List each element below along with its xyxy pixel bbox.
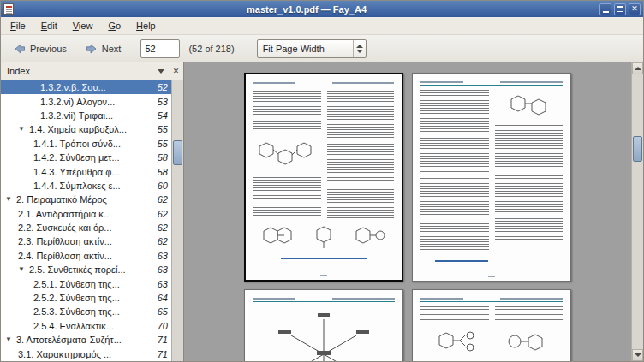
index-entry[interactable]: 2. Πειραματικό Μέρος 62: [1, 193, 171, 206]
index-entry-label: 1.4. Χημεία καρβοξυλ...: [29, 124, 127, 134]
text-lines: [420, 223, 489, 252]
minimize-button[interactable]: [599, 3, 611, 15]
expander-triangle-icon[interactable]: [18, 126, 29, 133]
text-lines: [495, 218, 564, 241]
index-entry[interactable]: 3. Αποτελέσματα-Συζήτ... 71: [1, 333, 171, 347]
index-entry[interactable]: 2.1. Αντιδραστήρια κ... 62: [1, 207, 171, 221]
figure-strip: [254, 221, 393, 253]
index-entry-page: 60: [152, 181, 171, 191]
index-entry-label: 2.5.3. Σύνθεση της...: [33, 306, 120, 317]
scrollbar-track[interactable]: [632, 74, 643, 349]
down-arrow-icon: [635, 353, 641, 357]
menu-item[interactable]: File: [3, 17, 33, 34]
zoom-level-combobox[interactable]: Fit Page Width: [257, 39, 367, 58]
index-entry[interactable]: 1.4. Χημεία καρβοξυλ... 55: [1, 122, 171, 136]
document-scrollbar[interactable]: [631, 62, 643, 361]
pdf-page-next[interactable]: [412, 73, 571, 282]
index-entry[interactable]: 2.3. Περίθλαση ακτίν... 62: [1, 234, 171, 248]
spinner-down-icon: [356, 50, 363, 53]
up-arrow-icon: [635, 67, 641, 70]
sidebar: Index 1.3.2.ν.β. Σου... 52 1.3.2.vi) Αλο…: [1, 62, 184, 361]
spinner-up-icon: [356, 45, 363, 48]
page-text-columns: [420, 90, 563, 258]
previous-button[interactable]: Previous: [6, 39, 75, 59]
menu-item[interactable]: Go: [100, 17, 128, 34]
document-icon: [3, 3, 14, 15]
index-entry-page: 52: [152, 82, 171, 92]
index-tree: 1.3.2.ν.β. Σου... 52 1.3.2.vi) Αλογον...…: [1, 80, 171, 361]
titlebar[interactable]: master_v1.0.pdf — Fay_A4: [1, 1, 643, 17]
index-entry[interactable]: 2.5. Συνθετικές πορεί... 63: [1, 263, 171, 276]
index-entry[interactable]: 2.5.1. Σύνθεση της... 63: [1, 276, 171, 290]
index-entry-label: 2.1. Αντιδραστήρια κ...: [18, 209, 111, 219]
page-row: [184, 73, 631, 282]
maximize-button[interactable]: [614, 3, 626, 15]
index-entry[interactable]: 1.4.3. Υπέρυθρα φ... 58: [1, 164, 171, 178]
document-area[interactable]: [184, 62, 631, 361]
sidebar-scrollbar[interactable]: [171, 80, 183, 361]
index-entry[interactable]: 2.2. Συσκευές και όρ... 62: [1, 221, 171, 234]
scroll-up-button[interactable]: [632, 62, 643, 74]
expander-triangle-icon[interactable]: [18, 266, 29, 273]
scroll-down-button[interactable]: [632, 349, 643, 361]
pdf-page-below-left[interactable]: [244, 289, 403, 361]
index-entry-page: 55: [152, 139, 171, 149]
index-entry-label: 1.4.1. Τρόποι σύνδ...: [33, 139, 121, 149]
index-entry[interactable]: 2.5.3. Σύνθεση της... 65: [1, 305, 171, 318]
combo-spinner-icon: [353, 40, 366, 57]
index-entry-label: 1.3.2.vii) Τριφαι...: [40, 110, 113, 121]
page-text-column: [253, 91, 321, 219]
index-entry-label: 2.5.1. Σύνθεση της...: [33, 279, 120, 289]
pdf-page-current[interactable]: [244, 73, 403, 282]
index-entry[interactable]: 3.1. Χαρακτηρισμός ... 71: [1, 347, 171, 360]
index-entry-label: 2.5. Συνθετικές πορεί...: [29, 264, 126, 275]
menu-item[interactable]: View: [65, 17, 101, 34]
page-header-rule: [420, 296, 563, 302]
index-entry-label: 1.4.2. Σύνθεση μετ...: [33, 152, 120, 163]
pdf-page-below-right[interactable]: [412, 289, 571, 361]
index-entry-page: 71: [152, 349, 171, 359]
pdf-viewer-window: master_v1.0.pdf — Fay_A4 FileEditViewGoH…: [0, 0, 644, 362]
text-lines: [495, 175, 564, 214]
scrollbar-thumb[interactable]: [633, 136, 642, 162]
next-arrow-icon: [86, 43, 98, 55]
index-entry-page: 70: [152, 321, 171, 331]
index-entry[interactable]: 2.5.4. Εναλλακτικ... 70: [1, 319, 171, 333]
index-entry[interactable]: 1.4.4. Σύμπλοκες ε... 60: [1, 179, 171, 193]
index-entry-label: 2.2. Συσκευές και όρ...: [18, 223, 111, 233]
text-lines: [327, 91, 395, 139]
index-entry-page: 63: [152, 279, 171, 289]
index-entry[interactable]: 1.4.1. Τρόποι σύνδ... 55: [1, 137, 171, 151]
expander-triangle-icon[interactable]: [5, 336, 16, 343]
index-entry-page: 62: [152, 194, 171, 205]
index-entry[interactable]: 1.4.2. Σύνθεση μετ... 58: [1, 151, 171, 164]
close-button[interactable]: [629, 3, 641, 15]
index-panel: 1.3.2.ν.β. Σου... 52 1.3.2.vi) Αλογον...…: [1, 80, 183, 361]
index-entry[interactable]: 1.3.2.ν.β. Σου... 52: [1, 80, 171, 94]
index-entry[interactable]: 2.4. Περίθλαση ακτίν... 63: [1, 249, 171, 263]
text-lines: [495, 125, 564, 171]
zoom-level-value: Fit Page Width: [258, 40, 353, 57]
text-lines: [327, 144, 395, 182]
sidebar-scrollbar-thumb[interactable]: [173, 140, 182, 165]
text-lines: [420, 178, 489, 219]
sidebar-close-button[interactable]: [169, 62, 183, 80]
index-entry-label: 3.1. Χαρακτηρισμός ...: [18, 349, 111, 359]
menu-item[interactable]: Help: [128, 17, 164, 34]
index-entry[interactable]: 1.3.2.vi) Αλογον... 53: [1, 94, 171, 108]
toolbar: Previous Next (52 of 218) Fit Page Width: [1, 35, 643, 62]
index-entry[interactable]: 1.3.2.vii) Τριφαι... 54: [1, 109, 171, 122]
page-number-input[interactable]: [140, 39, 180, 58]
expander-triangle-icon[interactable]: [5, 196, 16, 203]
index-entry[interactable]: 2.5.2. Σύνθεση της... 64: [1, 291, 171, 305]
text-lines: [495, 306, 564, 322]
next-button[interactable]: Next: [78, 39, 129, 59]
index-entry-label: 1.4.4. Σύμπλοκες ε...: [33, 181, 121, 191]
sidebar-title: Index: [7, 66, 30, 76]
sidebar-view-selector[interactable]: Index: [1, 62, 169, 80]
index-entry-label: 2. Πειραματικό Μέρος: [16, 194, 107, 205]
index-entry-label: 2.3. Περίθλαση ακτίν...: [18, 236, 112, 246]
sidebar-header: Index: [1, 62, 183, 80]
menu-item[interactable]: Edit: [33, 17, 65, 34]
text-lines: [420, 90, 489, 134]
